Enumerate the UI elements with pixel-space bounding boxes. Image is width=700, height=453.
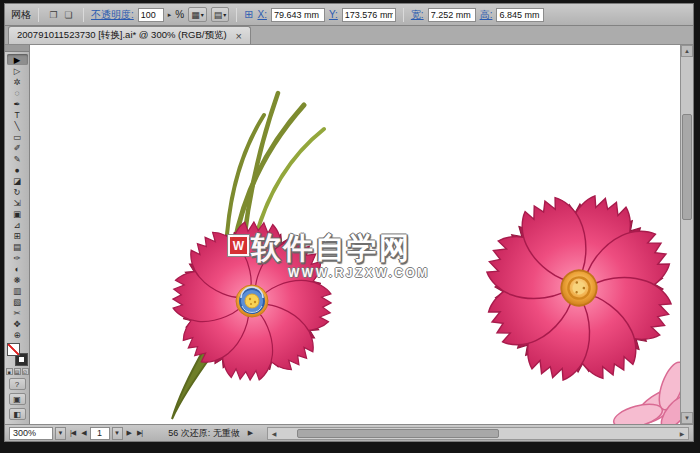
color-button[interactable]: ■: [6, 368, 13, 375]
pencil-tool[interactable]: ✎: [7, 153, 28, 164]
horizontal-scrollbar[interactable]: ◀ ▶: [267, 427, 689, 440]
tool-icon: ●: [14, 165, 19, 175]
tool-icon: ◐: [14, 264, 19, 274]
separator: [38, 8, 39, 22]
undo-status-text: 56 次还原: 无重做: [168, 427, 240, 440]
symbol-sprayer-tool[interactable]: ❋: [7, 274, 28, 285]
slice-tool[interactable]: ✂: [7, 307, 28, 318]
zoom-dropdown-button[interactable]: ▼: [55, 427, 66, 440]
watermark: W 软件自学网 WWW.RJZXW.COM: [228, 228, 430, 280]
rotate-tool[interactable]: ↻: [7, 186, 28, 197]
separator: [83, 8, 84, 22]
artboard-number-field[interactable]: 1: [90, 427, 110, 440]
zoom-level-field[interactable]: 300%: [9, 427, 53, 440]
tool-icon: ⊕: [13, 330, 20, 340]
status-flyout-icon[interactable]: ▶: [248, 429, 253, 437]
opacity-unit-label: %: [175, 9, 184, 20]
document-tab[interactable]: 200791011523730 [转换].ai* @ 300% (RGB/预览)…: [8, 26, 251, 44]
lasso-tool[interactable]: ◌: [7, 87, 28, 98]
eyedropper-tool[interactable]: ✑: [7, 252, 28, 263]
fill-stroke-swatches: [7, 343, 28, 366]
document-icon[interactable]: ❐: [46, 7, 61, 22]
selection-tool[interactable]: ▶: [7, 54, 28, 65]
type-tool[interactable]: T: [7, 109, 28, 120]
style-icon: ▦: [191, 10, 200, 20]
y-input[interactable]: [342, 8, 396, 22]
height-label[interactable]: 高:: [480, 8, 493, 22]
tool-list: ▶▷✲◌✒T╲▭✐✎●◪↻⇲▣⊿⊞▤✑◐❋▥▧✂✥⊕: [7, 54, 28, 340]
tools-panel-header[interactable]: [5, 45, 29, 52]
perspective-grid-tool[interactable]: ⊿: [7, 219, 28, 230]
status-bar: 300% ▼ |◀ ◀ 1 ▼ ▶ ▶| 56 次还原: 无重做 ▶ ◀ ▶: [5, 424, 693, 441]
gradient-button[interactable]: ▤: [14, 368, 21, 375]
tool-icon: ╲: [14, 121, 19, 131]
tool-icon: ▭: [13, 132, 21, 142]
artboard-number: 1: [97, 428, 102, 438]
paintbrush-tool[interactable]: ✐: [7, 142, 28, 153]
last-artboard-button[interactable]: ▶|: [135, 429, 144, 437]
direct-selection-tool[interactable]: ▷: [7, 65, 28, 76]
eraser-tool[interactable]: ◪: [7, 175, 28, 186]
vertical-scroll-thumb[interactable]: [682, 114, 692, 221]
close-icon[interactable]: ×: [236, 31, 242, 41]
screen-mode-button[interactable]: ◧: [9, 408, 26, 420]
fill-color-swatch[interactable]: [7, 343, 20, 356]
tool-icon: ▣: [13, 209, 21, 219]
tool-icon: T: [14, 110, 19, 120]
scroll-down-icon[interactable]: ▼: [681, 412, 693, 424]
vertical-scrollbar[interactable]: ▲ ▼: [680, 45, 693, 424]
illustrator-window: 网格 ❐❏ 不透明度: ▸ % ▦▾ ▤▾ ⊞ X: Y: 宽: 高: 2007…: [4, 3, 694, 442]
vertical-scroll-track[interactable]: [681, 57, 693, 412]
x-input[interactable]: [271, 8, 325, 22]
zoom-tool[interactable]: ⊕: [7, 329, 28, 340]
main-area: ▶▷✲◌✒T╲▭✐✎●◪↻⇲▣⊿⊞▤✑◐❋▥▧✂✥⊕ ■ ▤ ∅ ? ▣ ◧: [5, 45, 693, 424]
width-label[interactable]: 宽:: [411, 8, 424, 22]
scroll-up-icon[interactable]: ▲: [681, 45, 693, 57]
tool-icon: ▤: [13, 242, 21, 252]
style-dropdown-button[interactable]: ▦▾: [188, 7, 207, 22]
scale-tool[interactable]: ⇲: [7, 197, 28, 208]
help-icon[interactable]: ?: [9, 378, 26, 390]
screenshot-frame: 网格 ❐❏ 不透明度: ▸ % ▦▾ ▤▾ ⊞ X: Y: 宽: 高: 2007…: [0, 0, 700, 453]
opacity-stepper-icon[interactable]: ▸: [168, 11, 172, 19]
previous-artboard-button[interactable]: ◀: [79, 429, 87, 437]
blend-tool[interactable]: ◐: [7, 263, 28, 274]
watermark-row: W 软件自学网: [228, 228, 430, 269]
tool-icon: ◌: [14, 88, 19, 98]
document-icon[interactable]: ❏: [61, 7, 76, 22]
opacity-link[interactable]: 不透明度:: [91, 8, 134, 22]
tool-icon: ⇲: [13, 198, 20, 208]
horizontal-scroll-thumb[interactable]: [297, 429, 499, 438]
tool-icon: ⊞: [13, 231, 20, 241]
none-button[interactable]: ∅: [22, 368, 29, 375]
artboard-tool[interactable]: ▧: [7, 296, 28, 307]
hand-tool[interactable]: ✥: [7, 318, 28, 329]
canvas[interactable]: W 软件自学网 WWW.RJZXW.COM: [30, 45, 680, 424]
rectangle-tool[interactable]: ▭: [7, 131, 28, 142]
shape-builder-tool[interactable]: ▣: [7, 208, 28, 219]
mesh-tool[interactable]: ⊞: [7, 230, 28, 241]
height-input[interactable]: [496, 8, 544, 22]
opacity-input[interactable]: [138, 8, 164, 22]
drawing-mode-button[interactable]: ▣: [9, 393, 26, 405]
next-artboard-button[interactable]: ▶: [125, 429, 133, 437]
first-artboard-button[interactable]: |◀: [68, 429, 77, 437]
blob-brush-tool[interactable]: ●: [7, 164, 28, 175]
width-input[interactable]: [428, 8, 476, 22]
gradient-tool[interactable]: ▤: [7, 241, 28, 252]
scroll-right-icon[interactable]: ▶: [677, 430, 687, 437]
pen-tool[interactable]: ✒: [7, 98, 28, 109]
scroll-left-icon[interactable]: ◀: [269, 430, 279, 437]
y-label[interactable]: Y:: [329, 9, 338, 20]
reference-point-icon[interactable]: ⊞: [244, 8, 253, 21]
line-segment-tool[interactable]: ╲: [7, 120, 28, 131]
artboard-dropdown-button[interactable]: ▼: [112, 427, 123, 440]
tool-icon: ▧: [13, 297, 21, 307]
brush-dropdown-button[interactable]: ▤▾: [211, 7, 230, 22]
tool-icon: ✑: [13, 253, 20, 263]
x-label[interactable]: X:: [257, 9, 266, 20]
corner-flower-artwork[interactable]: [550, 354, 680, 424]
magic-wand-tool[interactable]: ✲: [7, 76, 28, 87]
chevron-down-icon: ▾: [201, 11, 204, 18]
column-graph-tool[interactable]: ▥: [7, 285, 28, 296]
